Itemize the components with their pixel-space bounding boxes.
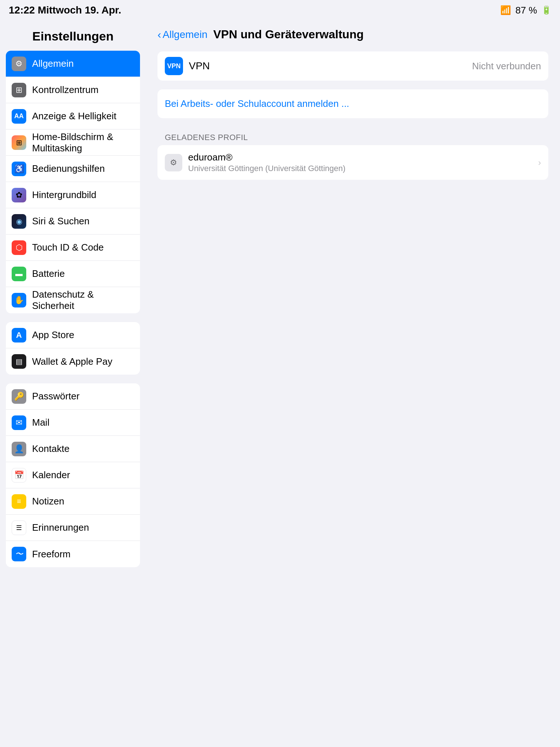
profile-name: eduroam® <box>188 152 538 163</box>
vpn-label: VPN <box>189 60 472 72</box>
work-account-group: Bei Arbeits- oder Schulaccount anmelden … <box>158 89 548 118</box>
anzeige-icon: AA <box>12 109 26 124</box>
status-right: 📶 87 % 🔋 <box>500 5 551 16</box>
datenschutz-icon: ✋ <box>12 293 26 307</box>
batterie-icon: ▬ <box>12 267 26 281</box>
sidebar-item-kontakte[interactable]: 👤 Kontakte <box>6 436 140 462</box>
status-time-date: 12:22 Mittwoch 19. Apr. <box>9 4 121 16</box>
appstore-icon: A <box>12 328 26 342</box>
sidebar-item-freeform[interactable]: 〜 Freeform <box>6 541 140 567</box>
sidebar-item-bedienung[interactable]: ♿ Bedienungshilfen <box>6 156 140 182</box>
chevron-right-icon: › <box>538 158 541 168</box>
sidebar-item-passwoerter[interactable]: 🔑 Passwörter <box>6 383 140 410</box>
home-icon: ⊞ <box>12 135 26 150</box>
battery-icon: 🔋 <box>541 5 551 15</box>
profile-row[interactable]: ⚙ eduroam® Universität Göttingen (Univer… <box>158 145 548 180</box>
bedienung-icon: ♿ <box>12 162 26 176</box>
sidebar-item-anzeige[interactable]: AA Anzeige & Helligkeit <box>6 103 140 129</box>
sidebar: Einstellungen ⚙ Allgemein ⊞ Kontrollzent… <box>0 20 146 747</box>
hintergrund-icon: ✿ <box>12 188 26 202</box>
sidebar-item-erinnerungen[interactable]: ☰ Erinnerungen <box>6 515 140 541</box>
profile-info: eduroam® Universität Göttingen (Universi… <box>188 152 538 173</box>
sidebar-item-allgemein[interactable]: ⚙ Allgemein <box>6 51 140 77</box>
sidebar-item-kontrollzentrum[interactable]: ⊞ Kontrollzentrum <box>6 77 140 103</box>
appstore-label: App Store <box>32 329 134 341</box>
erinnerungen-icon: ☰ <box>12 520 26 535</box>
kontrollzentrum-label: Kontrollzentrum <box>32 84 134 96</box>
vpn-status: Nicht verbunden <box>472 61 541 72</box>
back-chevron-icon: ‹ <box>158 28 161 41</box>
mail-label: Mail <box>32 417 134 428</box>
app-container: Einstellungen ⚙ Allgemein ⊞ Kontrollzent… <box>0 20 560 747</box>
back-button[interactable]: ‹ Allgemein <box>158 28 207 41</box>
passwoerter-icon: 🔑 <box>12 389 26 404</box>
allgemein-icon: ⚙ <box>12 57 26 71</box>
touchid-label: Touch ID & Code <box>32 242 134 253</box>
sidebar-item-batterie[interactable]: ▬ Batterie <box>6 261 140 287</box>
profile-sub: Universität Göttingen (Universität Götti… <box>188 164 538 173</box>
profile-icon: ⚙ <box>165 154 182 171</box>
vpn-icon: VPN <box>165 57 183 75</box>
kalender-label: Kalender <box>32 469 134 481</box>
freeform-icon: 〜 <box>12 547 26 561</box>
right-panel: ‹ Allgemein VPN und Geräteverwaltung VPN… <box>146 20 560 747</box>
sidebar-item-siri[interactable]: ◉ Siri & Suchen <box>6 208 140 235</box>
right-header: ‹ Allgemein VPN und Geräteverwaltung <box>158 20 548 51</box>
sidebar-item-kalender[interactable]: 📅 Kalender <box>6 462 140 488</box>
sidebar-item-notizen[interactable]: ≡ Notizen <box>6 488 140 515</box>
wallet-label: Wallet & Apple Pay <box>32 356 134 367</box>
settings-group-1: ⚙ Allgemein ⊞ Kontrollzentrum AA Anzeige… <box>6 51 140 313</box>
work-account-text: Bei Arbeits- oder Schulaccount anmelden … <box>165 98 349 109</box>
settings-group-3: 🔑 Passwörter ✉ Mail 👤 Kontakte 📅 <box>6 383 140 567</box>
wallet-icon: ▤ <box>12 354 26 369</box>
back-label: Allgemein <box>163 29 207 40</box>
work-account-row[interactable]: Bei Arbeits- oder Schulaccount anmelden … <box>158 89 548 118</box>
status-bar: 12:22 Mittwoch 19. Apr. 📶 87 % 🔋 <box>0 0 560 20</box>
notizen-label: Notizen <box>32 496 134 507</box>
sidebar-item-hintergrund[interactable]: ✿ Hintergrundbild <box>6 182 140 208</box>
wifi-icon: 📶 <box>500 5 511 15</box>
anzeige-label: Anzeige & Helligkeit <box>32 111 134 122</box>
settings-group-2: A App Store ▤ Wallet & Apple Pay <box>6 322 140 375</box>
erinnerungen-label: Erinnerungen <box>32 522 134 533</box>
siri-label: Siri & Suchen <box>32 216 134 227</box>
allgemein-label: Allgemein <box>32 58 134 69</box>
notizen-icon: ≡ <box>12 494 26 509</box>
profile-group: ⚙ eduroam® Universität Göttingen (Univer… <box>158 145 548 180</box>
kalender-icon: 📅 <box>12 468 26 483</box>
home-label: Home-Bildschirm &Multitasking <box>32 131 134 154</box>
kontakte-icon: 👤 <box>12 442 26 456</box>
page-title: VPN und Geräteverwaltung <box>213 28 364 41</box>
sidebar-item-appstore[interactable]: A App Store <box>6 322 140 348</box>
mail-icon: ✉ <box>12 415 26 430</box>
sidebar-item-touchid[interactable]: ⬡ Touch ID & Code <box>6 235 140 261</box>
bedienung-label: Bedienungshilfen <box>32 163 134 174</box>
freeform-label: Freeform <box>32 549 134 560</box>
hintergrund-label: Hintergrundbild <box>32 189 134 201</box>
sidebar-item-wallet[interactable]: ▤ Wallet & Apple Pay <box>6 348 140 375</box>
section-header-gelades: GELADENES PROFIL <box>158 127 548 145</box>
gelades-profil-section: GELADENES PROFIL ⚙ eduroam® Universität … <box>158 127 548 180</box>
sidebar-title: Einstellungen <box>0 23 146 51</box>
sidebar-item-datenschutz[interactable]: ✋ Datenschutz & Sicherheit <box>6 287 140 313</box>
vpn-group: VPN VPN Nicht verbunden <box>158 51 548 81</box>
passwoerter-label: Passwörter <box>32 391 134 402</box>
sidebar-item-home[interactable]: ⊞ Home-Bildschirm &Multitasking <box>6 129 140 156</box>
touchid-icon: ⬡ <box>12 240 26 255</box>
sidebar-item-mail[interactable]: ✉ Mail <box>6 410 140 436</box>
datenschutz-label: Datenschutz & Sicherheit <box>32 289 134 311</box>
kontakte-label: Kontakte <box>32 443 134 454</box>
siri-icon: ◉ <box>12 214 26 229</box>
kontrollzentrum-icon: ⊞ <box>12 83 26 97</box>
batterie-label: Batterie <box>32 268 134 279</box>
battery-percent: 87 % <box>516 5 537 16</box>
vpn-row[interactable]: VPN VPN Nicht verbunden <box>158 51 548 81</box>
